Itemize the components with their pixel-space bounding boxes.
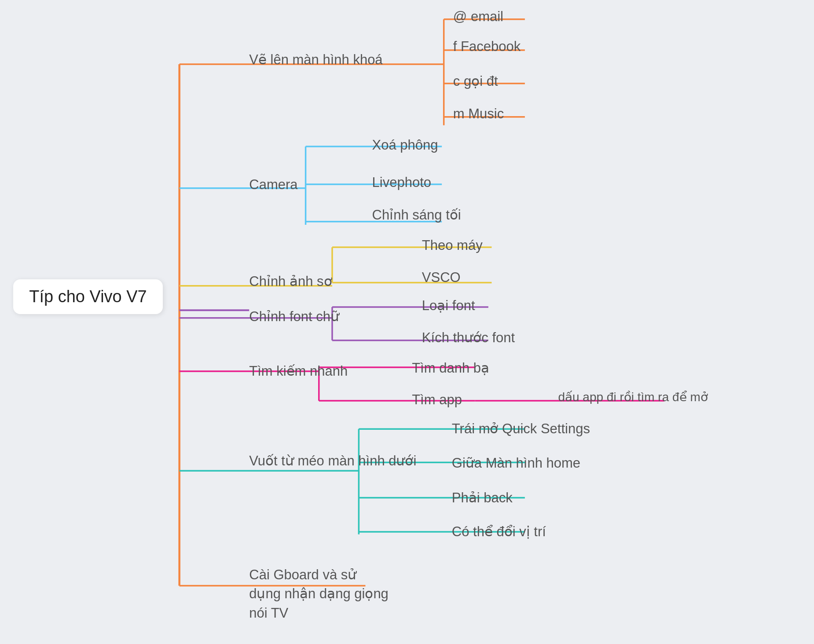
branch-label-4: Tìm kiếm nhanh	[249, 363, 348, 379]
child-label-12: Tìm app	[412, 392, 462, 408]
child-label-3: m Music	[453, 106, 504, 122]
mindmap-container: Típ cho Vivo V7Vẽ lên màn hình khoáCamer…	[0, 0, 814, 644]
mindmap-svg	[0, 0, 814, 644]
child-label-1: f Facebook	[453, 39, 521, 55]
branch-label-1: Camera	[249, 177, 297, 193]
branch-label-6: Cài Gboard và sử dụng nhận dạng giọng nó…	[249, 565, 390, 622]
branch-label-0: Vẽ lên màn hình khoá	[249, 51, 382, 68]
child-label-10: Kích thước font	[422, 329, 515, 346]
child-label-2: c gọi đt	[453, 73, 498, 89]
child-label-5: Livephoto	[372, 175, 431, 190]
child-label-0: @ email	[453, 9, 503, 25]
child-label-8: VSCO	[422, 270, 461, 285]
branch-label-2: Chỉnh ảnh sơ	[249, 273, 332, 289]
child-label-4: Xoá phông	[372, 137, 438, 153]
child-label-11: Tìm danh bạ	[412, 360, 489, 376]
child-label-6: Chỉnh sáng tối	[372, 207, 461, 223]
child-label-14: Trái mở Quick Settings	[452, 421, 590, 437]
child-label-17: Có thể đổi vị trí	[452, 523, 546, 540]
child-label-9: Loại font	[422, 297, 475, 314]
child-label-7: Theo máy	[422, 238, 483, 253]
root-label: Típ cho Vivo V7	[13, 279, 163, 314]
child-label-13: dấu app đi rồi tìm ra để mở	[558, 390, 708, 404]
child-label-15: Giữa Màn hình home	[452, 455, 580, 471]
branch-label-3: Chỉnh font chữ	[249, 308, 339, 325]
child-label-16: Phải back	[452, 490, 513, 506]
branch-label-5: Vuốt từ méo màn hình dưới	[249, 453, 416, 469]
